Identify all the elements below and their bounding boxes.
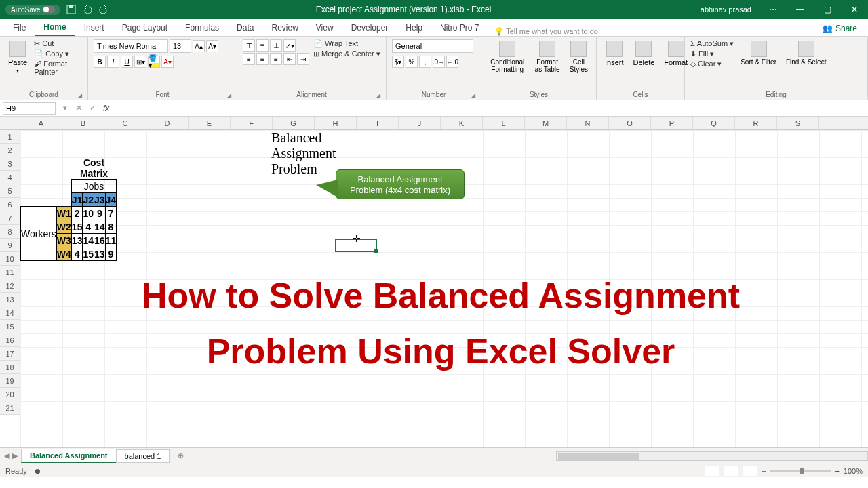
sheet-tab-active[interactable]: Balanced Assignment [21, 449, 117, 463]
column-header[interactable]: H [315, 117, 357, 129]
row-header[interactable]: 1 [0, 130, 20, 144]
horizontal-scrollbar[interactable] [556, 451, 868, 461]
column-header[interactable]: C [104, 117, 146, 129]
increase-indent-button[interactable]: ⇥ [297, 53, 309, 65]
align-top-button[interactable]: ⊤ [243, 39, 255, 52]
minimize-icon[interactable]: — [787, 0, 814, 19]
share-button[interactable]: 👥 Share [816, 21, 864, 36]
column-header[interactable]: K [441, 117, 483, 129]
spreadsheet-grid[interactable]: 123456789101112131415161718192021 Balanc… [0, 130, 868, 447]
increase-font-button[interactable]: A▴ [193, 40, 205, 52]
column-header[interactable]: A [20, 117, 62, 129]
row-header[interactable]: 20 [0, 388, 20, 401]
tab-help[interactable]: Help [397, 20, 431, 36]
align-bottom-button[interactable]: ⊥ [270, 39, 282, 52]
row-header[interactable]: 18 [0, 361, 20, 374]
sort-filter-button[interactable]: Sort & Filter [738, 39, 779, 67]
namebox-dropdown-icon[interactable]: ▾ [58, 104, 72, 113]
column-header[interactable]: O [609, 117, 651, 129]
ribbon-options-icon[interactable]: ⋯ [760, 0, 787, 19]
undo-icon[interactable] [82, 4, 93, 15]
row-header[interactable]: 10 [0, 252, 20, 266]
tab-insert[interactable]: Insert [75, 20, 113, 36]
row-header[interactable]: 14 [0, 306, 20, 320]
italic-button[interactable]: I [107, 56, 119, 68]
insert-cells-button[interactable]: Insert [602, 39, 627, 68]
autosave-toggle[interactable]: AutoSave [5, 5, 60, 15]
zoom-slider[interactable] [770, 470, 831, 472]
fill-button[interactable]: ⬇ Fill ▾ [690, 49, 734, 58]
zoom-in-button[interactable]: + [835, 467, 839, 475]
add-sheet-button[interactable]: ⊕ [174, 451, 187, 460]
row-header[interactable]: 5 [0, 184, 20, 198]
percent-button[interactable]: % [406, 56, 418, 68]
border-button[interactable]: ⊞▾ [134, 56, 146, 68]
cut-button[interactable]: ✂ Cut [34, 39, 82, 48]
tab-view[interactable]: View [307, 20, 342, 36]
row-header[interactable]: 9 [0, 239, 20, 252]
select-all-button[interactable] [0, 117, 20, 129]
row-header[interactable]: 21 [0, 401, 20, 415]
user-name[interactable]: abhinav prasad [692, 5, 760, 14]
macro-record-icon[interactable]: ⏺ [34, 467, 41, 475]
format-painter-button[interactable]: 🖌 Format Painter [34, 60, 82, 76]
column-header[interactable]: G [273, 117, 315, 129]
wrap-text-button[interactable]: 📄 Wrap Text [313, 39, 380, 48]
column-header[interactable]: R [735, 117, 777, 129]
zoom-level[interactable]: 100% [844, 467, 863, 475]
column-header[interactable]: M [525, 117, 567, 129]
align-middle-button[interactable]: ≡ [256, 39, 269, 52]
row-header[interactable]: 17 [0, 347, 20, 361]
column-header[interactable]: D [146, 117, 189, 129]
sheet-nav-next-icon[interactable]: ▶ [12, 451, 18, 460]
column-header[interactable]: J [399, 117, 441, 129]
tab-file[interactable]: File [4, 20, 35, 36]
align-center-button[interactable]: ≡ [256, 53, 269, 65]
zoom-out-button[interactable]: − [762, 467, 766, 475]
cancel-formula-icon[interactable]: ✕ [72, 104, 85, 113]
cell-styles-button[interactable]: Cell Styles [567, 39, 591, 75]
row-header[interactable]: 7 [0, 211, 20, 225]
align-left-button[interactable]: ≡ [243, 53, 255, 65]
row-header[interactable]: 12 [0, 279, 20, 293]
paste-button[interactable]: Paste▾ [5, 39, 30, 75]
merge-center-button[interactable]: ⊞ Merge & Center ▾ [313, 49, 380, 58]
sheet-tab-other[interactable]: balanced 1 [116, 449, 170, 463]
row-header[interactable]: 19 [0, 374, 20, 388]
number-format-select[interactable] [392, 39, 473, 53]
format-as-table-button[interactable]: Format as Table [532, 39, 562, 75]
font-size-select[interactable] [170, 39, 191, 53]
row-header[interactable]: 16 [0, 333, 20, 347]
maximize-icon[interactable]: ▢ [814, 0, 841, 19]
formula-input[interactable] [113, 102, 868, 115]
comma-button[interactable]: , [419, 56, 431, 68]
page-layout-view-button[interactable] [724, 466, 738, 476]
column-header[interactable]: N [567, 117, 609, 129]
normal-view-button[interactable] [705, 466, 719, 476]
sheet-nav-prev-icon[interactable]: ◀ [4, 451, 9, 460]
tab-home[interactable]: Home [35, 19, 75, 36]
row-header[interactable]: 8 [0, 225, 20, 239]
column-header[interactable]: E [189, 117, 231, 129]
decrease-indent-button[interactable]: ⇤ [283, 53, 296, 65]
decrease-decimal-button[interactable]: ←.0 [446, 56, 458, 68]
row-header[interactable]: 4 [0, 171, 20, 184]
column-header[interactable]: S [777, 117, 819, 129]
clear-button[interactable]: ◇ Clear ▾ [690, 60, 734, 68]
fill-color-button[interactable]: 🪣▾ [148, 56, 160, 68]
name-box[interactable] [3, 102, 56, 115]
fx-icon[interactable]: fx [99, 104, 113, 113]
increase-decimal-button[interactable]: .0→ [433, 56, 445, 68]
tell-me-input[interactable]: 💡 Tell me what you want to do [494, 27, 616, 36]
currency-button[interactable]: $▾ [392, 56, 404, 68]
tab-data[interactable]: Data [228, 20, 262, 36]
copy-button[interactable]: 📄 Copy ▾ [34, 49, 82, 58]
underline-button[interactable]: U [121, 56, 133, 68]
column-header[interactable]: Q [693, 117, 735, 129]
tab-developer[interactable]: Developer [342, 20, 397, 36]
column-header[interactable]: B [62, 117, 104, 129]
tab-nitro[interactable]: Nitro Pro 7 [431, 20, 488, 36]
column-header[interactable]: F [231, 117, 273, 129]
enter-formula-icon[interactable]: ✓ [85, 104, 99, 113]
row-header[interactable]: 2 [0, 144, 20, 157]
